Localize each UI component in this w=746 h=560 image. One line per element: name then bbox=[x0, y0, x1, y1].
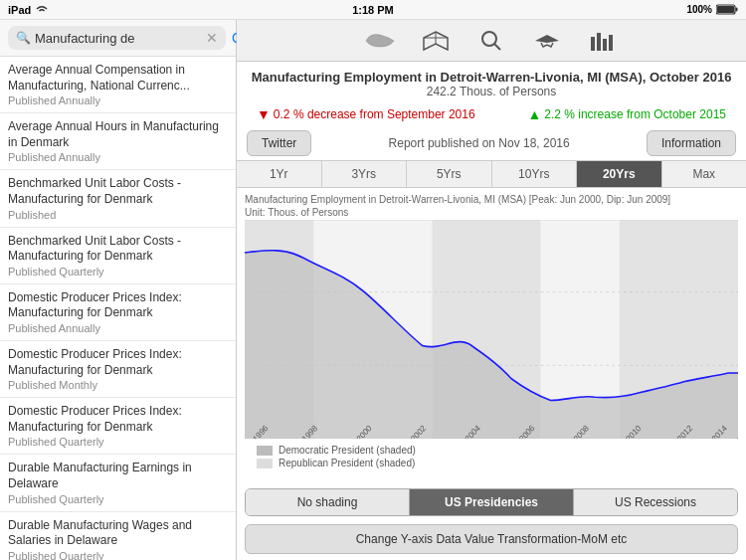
search-nav-icon[interactable] bbox=[473, 27, 509, 55]
list-item[interactable]: Domestic Producer Prices Index: Manufact… bbox=[0, 398, 236, 455]
time-tabs: 1Yr3Yrs5Yrs10Yrs20YrsMax bbox=[237, 160, 746, 188]
transform-button[interactable]: Change Y-axis Data Value Transformation-… bbox=[245, 524, 738, 554]
shading-tab-no-shading[interactable]: No shading bbox=[246, 489, 410, 515]
list-item[interactable]: Domestic Producer Prices Index: Manufact… bbox=[0, 284, 236, 341]
list-item-sub: Published bbox=[8, 209, 228, 221]
list-item-sub: Published Annually bbox=[8, 94, 228, 106]
svg-rect-10 bbox=[603, 39, 607, 51]
twitter-button[interactable]: Twitter bbox=[247, 130, 311, 156]
time-tab-1yr[interactable]: 1Yr bbox=[237, 161, 322, 187]
map-icon[interactable] bbox=[418, 27, 454, 55]
chart-area: Manufacturing Employment in Detroit-Warr… bbox=[237, 188, 746, 484]
clear-icon[interactable]: ✕ bbox=[206, 30, 218, 46]
information-button[interactable]: Information bbox=[647, 130, 736, 156]
arrow-up-icon: ▲ bbox=[527, 106, 541, 122]
top-nav bbox=[237, 20, 746, 62]
chart-legend: Democratic President (shaded)Republican … bbox=[245, 443, 738, 470]
chart-desc-line2: Unit: Thous. of Persons bbox=[245, 207, 738, 218]
time-tab-10yrs[interactable]: 10Yrs bbox=[492, 161, 578, 187]
search-input-wrap[interactable]: 🔍 ✕ bbox=[8, 26, 226, 50]
wifi-icon bbox=[35, 5, 49, 15]
list-item[interactable]: Average Annual Hours in Manufacturing in… bbox=[0, 113, 236, 170]
shading-tabs: No shadingUS PresidenciesUS Recessions bbox=[245, 488, 738, 516]
list-item-sub: Published Quarterly bbox=[8, 493, 228, 505]
svg-line-7 bbox=[494, 44, 500, 50]
search-input[interactable] bbox=[35, 31, 202, 46]
chart-subtitle: 242.2 Thous. of Persons bbox=[249, 85, 734, 98]
list-item-title: Benchmarked Unit Labor Costs - Manufactu… bbox=[8, 234, 228, 265]
time-tab-5yrs[interactable]: 5Yrs bbox=[407, 161, 492, 187]
arrow-down-icon: ▼ bbox=[257, 106, 271, 122]
search-icon: 🔍 bbox=[16, 31, 31, 45]
right-panel: Manufacturing Employment in Detroit-Warr… bbox=[237, 20, 746, 560]
list-item-title: Durable Manufacturing Wages and Salaries… bbox=[8, 518, 228, 549]
list-item-sub: Published Annually bbox=[8, 151, 228, 163]
increase-indicator: ▲ 2.2 % increase from October 2015 bbox=[527, 106, 726, 122]
action-row: Twitter Report published on Nov 18, 2016… bbox=[237, 126, 746, 160]
svg-point-6 bbox=[482, 32, 496, 46]
list-item-title: Domestic Producer Prices Index: Manufact… bbox=[8, 290, 228, 321]
chart-svg: 389.2 275.4 161.5 Nov 1996 Nov 1998 Nov … bbox=[245, 220, 738, 439]
svg-rect-9 bbox=[597, 33, 601, 51]
battery-label: 100% bbox=[686, 4, 712, 15]
map-usa-icon[interactable] bbox=[362, 27, 398, 55]
legend-item: Republican President (shaded) bbox=[257, 458, 726, 468]
shading-tab-us-recessions[interactable]: US Recessions bbox=[574, 489, 737, 515]
list-item-sub: Published Monthly bbox=[8, 379, 228, 391]
status-bar-time: 1:18 PM bbox=[352, 4, 394, 16]
time-tab-3yrs[interactable]: 3Yrs bbox=[322, 161, 408, 187]
list-items: Average Annual Compensation in Manufactu… bbox=[0, 57, 236, 560]
time-tab-20yrs[interactable]: 20Yrs bbox=[577, 161, 662, 187]
main-content: 🔍 ✕ Cancel Average Annual Compensation i… bbox=[0, 20, 746, 560]
svg-rect-1 bbox=[717, 6, 734, 13]
legend-item: Democratic President (shaded) bbox=[257, 445, 726, 456]
list-item[interactable]: Benchmarked Unit Labor Costs - Manufactu… bbox=[0, 228, 236, 284]
svg-rect-11 bbox=[609, 35, 613, 51]
list-item[interactable]: Durable Manufacturing Earnings in Delawa… bbox=[0, 455, 236, 511]
chart-nav-icon[interactable] bbox=[585, 27, 621, 55]
decrease-indicator: ▼ 0.2 % decrease from September 2016 bbox=[257, 106, 475, 122]
list-item[interactable]: Average Annual Compensation in Manufactu… bbox=[0, 57, 236, 113]
chart-desc-line1: Manufacturing Employment in Detroit-Warr… bbox=[245, 194, 738, 205]
list-item[interactable]: Durable Manufacturing Wages and Salaries… bbox=[0, 512, 236, 561]
battery-icon bbox=[716, 4, 738, 15]
list-item-title: Average Annual Compensation in Manufactu… bbox=[8, 63, 228, 93]
legend-label: Republican President (shaded) bbox=[279, 458, 415, 468]
chart-title: Manufacturing Employment in Detroit-Warr… bbox=[249, 70, 734, 85]
list-item-title: Durable Manufacturing Earnings in Delawa… bbox=[8, 461, 228, 491]
legend-label: Democratic President (shaded) bbox=[279, 445, 416, 456]
list-item-sub: Published Quarterly bbox=[8, 550, 228, 560]
shading-tab-us-presidencies[interactable]: US Presidencies bbox=[410, 489, 574, 515]
chart-header: Manufacturing Employment in Detroit-Warr… bbox=[237, 62, 746, 102]
list-item-title: Benchmarked Unit Labor Costs - Manufactu… bbox=[8, 176, 228, 207]
svg-rect-8 bbox=[591, 37, 595, 51]
legend-color-box bbox=[257, 446, 273, 456]
status-bar-right: 100% bbox=[686, 4, 738, 15]
change-indicators: ▼ 0.2 % decrease from September 2016 ▲ 2… bbox=[237, 102, 746, 126]
svg-rect-2 bbox=[736, 8, 738, 12]
status-bar-left: iPad bbox=[8, 4, 49, 16]
left-panel: 🔍 ✕ Cancel Average Annual Compensation i… bbox=[0, 20, 237, 560]
list-item-sub: Published Quarterly bbox=[8, 266, 228, 278]
report-date: Report published on Nov 18, 2016 bbox=[389, 136, 570, 150]
status-ipad-label: iPad bbox=[8, 4, 31, 16]
airplane-icon[interactable] bbox=[529, 27, 565, 55]
list-item-title: Domestic Producer Prices Index: Manufact… bbox=[8, 347, 228, 378]
legend-color-box bbox=[257, 459, 273, 468]
list-item-sub: Published Quarterly bbox=[8, 436, 228, 448]
status-bar: iPad 1:18 PM 100% bbox=[0, 0, 746, 20]
search-bar: 🔍 ✕ Cancel bbox=[0, 20, 236, 57]
list-item[interactable]: Domestic Producer Prices Index: Manufact… bbox=[0, 341, 236, 398]
transform-btn-wrap: Change Y-axis Data Value Transformation-… bbox=[237, 520, 746, 560]
list-item-sub: Published Annually bbox=[8, 322, 228, 334]
time-tab-max[interactable]: Max bbox=[662, 161, 747, 187]
list-item-title: Average Annual Hours in Manufacturing in… bbox=[8, 119, 228, 150]
list-item-title: Domestic Producer Prices Index: Manufact… bbox=[8, 404, 228, 435]
list-item[interactable]: Benchmarked Unit Labor Costs - Manufactu… bbox=[0, 170, 236, 227]
